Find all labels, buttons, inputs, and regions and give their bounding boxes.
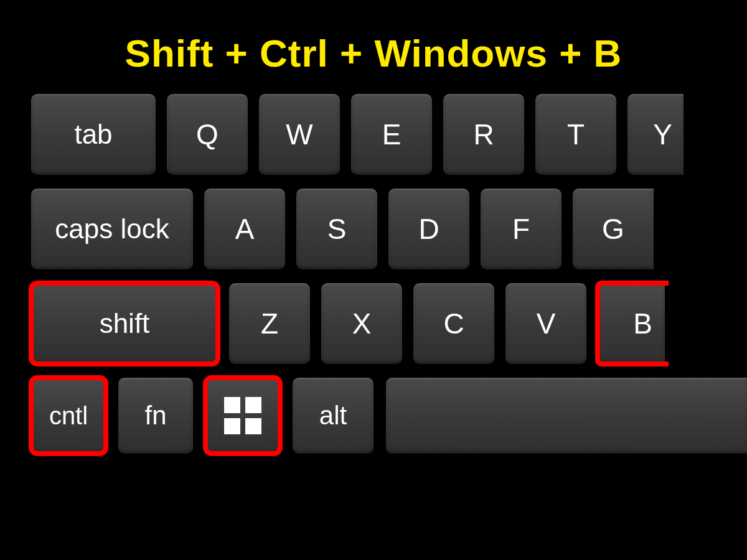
- keyboard-row-3: shift Z X C V B: [31, 283, 747, 364]
- key-y[interactable]: Y: [627, 94, 684, 175]
- key-g[interactable]: G: [573, 189, 654, 269]
- key-e[interactable]: E: [351, 94, 432, 175]
- key-t[interactable]: T: [535, 94, 616, 175]
- shortcut-title: Shift + Ctrl + Windows + B: [0, 0, 747, 94]
- key-s[interactable]: S: [296, 189, 377, 269]
- key-b[interactable]: B: [598, 283, 665, 364]
- key-f[interactable]: F: [481, 189, 561, 269]
- key-space[interactable]: [386, 378, 747, 454]
- key-fn[interactable]: fn: [118, 378, 193, 454]
- key-windows[interactable]: [205, 378, 280, 454]
- key-ctrl[interactable]: cntl: [31, 378, 106, 454]
- key-w[interactable]: W: [259, 94, 340, 175]
- key-shift[interactable]: shift: [31, 283, 218, 364]
- key-d[interactable]: D: [388, 189, 469, 269]
- key-a[interactable]: A: [204, 189, 285, 269]
- key-alt[interactable]: alt: [293, 378, 374, 454]
- key-x[interactable]: X: [321, 283, 402, 364]
- key-r[interactable]: R: [443, 94, 524, 175]
- keyboard-row-2: caps lock A S D F G: [31, 189, 747, 269]
- keyboard: tab Q W E R T Y caps lock A S D F G shif…: [0, 94, 747, 454]
- key-q[interactable]: Q: [167, 94, 248, 175]
- key-v[interactable]: V: [505, 283, 586, 364]
- keyboard-row-4: cntl fn alt: [31, 378, 747, 454]
- key-tab[interactable]: tab: [31, 94, 156, 175]
- key-c[interactable]: C: [413, 283, 494, 364]
- keyboard-row-1: tab Q W E R T Y: [31, 94, 747, 175]
- key-caps-lock[interactable]: caps lock: [31, 189, 193, 269]
- windows-icon: [224, 397, 261, 434]
- key-z[interactable]: Z: [229, 283, 310, 364]
